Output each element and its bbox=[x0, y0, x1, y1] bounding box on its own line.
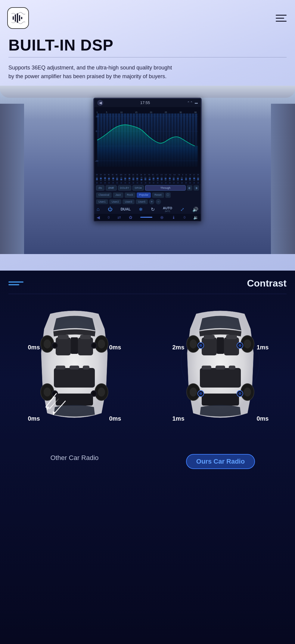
svg-point-98 bbox=[244, 339, 251, 348]
svg-point-96 bbox=[190, 339, 197, 348]
svg-text:0: 0 bbox=[96, 130, 97, 133]
svg-text:10: 10 bbox=[120, 111, 123, 113]
user3-btn[interactable]: User3 bbox=[123, 199, 135, 204]
svg-text:20: 20 bbox=[96, 115, 98, 118]
dsp-time: 17:55 bbox=[140, 100, 150, 105]
eq-graph: 20 0 -20 1 5 10 15 20 25 30 36 bbox=[94, 107, 201, 173]
contrast-title: Contrast bbox=[247, 278, 287, 289]
add-preset-btn[interactable]: + bbox=[149, 199, 154, 204]
svg-rect-1 bbox=[15, 14, 16, 22]
hamburger-line-3 bbox=[276, 21, 287, 22]
info-btn[interactable]: ⓘ bbox=[165, 192, 171, 198]
svg-text:30: 30 bbox=[179, 111, 182, 113]
dsp-toggle-btn[interactable]: ◑ bbox=[194, 185, 199, 191]
classical-btn[interactable]: Classical bbox=[96, 192, 112, 198]
svg-point-74 bbox=[53, 344, 56, 347]
vent-icon[interactable]: ⊕ bbox=[160, 215, 164, 220]
dve-btn[interactable]: DVE bbox=[106, 185, 117, 191]
other-car-container: 0ms 0ms 0ms 0ms bbox=[25, 305, 124, 449]
through-btn[interactable]: Through bbox=[145, 185, 186, 191]
user1-btn[interactable]: User1 bbox=[96, 199, 108, 204]
jazz-btn[interactable]: Jazz bbox=[113, 192, 123, 198]
fan-icon[interactable]: ✿ bbox=[129, 215, 132, 220]
dashboard-top bbox=[0, 86, 295, 98]
svg-point-70 bbox=[44, 388, 51, 397]
snowflake-icon[interactable]: ❄ bbox=[139, 207, 143, 212]
top-section: BUILT-IN DSP Supports 36EQ adjustment, a… bbox=[0, 0, 295, 271]
dsp-back-btn[interactable]: ◀ bbox=[97, 100, 103, 106]
svg-point-106 bbox=[238, 344, 241, 347]
hamburger-menu[interactable] bbox=[276, 15, 287, 22]
svg-point-72 bbox=[98, 388, 105, 397]
auto-control: AUTO 24°C bbox=[163, 206, 172, 213]
ours-car-label-button[interactable]: Ours Car Radio bbox=[186, 454, 255, 469]
vol-down-icon[interactable]: 🔉 bbox=[193, 215, 198, 220]
user2-btn[interactable]: User2 bbox=[109, 199, 121, 204]
svg-rect-64 bbox=[56, 394, 93, 406]
svg-rect-92 bbox=[216, 366, 225, 370]
recirculate-icon[interactable]: ↻ bbox=[151, 207, 155, 212]
info-toggle-btn[interactable]: ◐ bbox=[187, 185, 192, 191]
ours-car-svg bbox=[175, 305, 266, 431]
eq-svg: 20 0 -20 1 5 10 15 20 25 30 36 bbox=[94, 107, 201, 173]
home-icon[interactable]: ⌂ bbox=[97, 207, 100, 212]
dsp-header: ◀ 17:55 ⌃⌃ ▬ bbox=[94, 99, 201, 107]
contrast-icon bbox=[8, 281, 23, 285]
sound-mode-row1: dts DVE DOLBY SRS● Through ◐ ◑ bbox=[94, 184, 201, 192]
svg-rect-90 bbox=[200, 368, 241, 388]
hamburger-line-1 bbox=[276, 15, 287, 16]
svg-point-102 bbox=[244, 388, 251, 397]
rock-btn[interactable]: Rock bbox=[125, 192, 136, 198]
reset-btn[interactable]: Reset bbox=[152, 192, 164, 198]
battery-icon: ▬ bbox=[195, 101, 198, 104]
climate-bar: ⌂ ⏻ DUAL ❄ ↻ AUTO 24°C ⤢ 🔊 bbox=[94, 205, 201, 214]
user5-btn[interactable]: User5 bbox=[136, 199, 148, 204]
climate-bar2: ◀ 0 ⇄ ✿ ⊕ 🌡 0 🔉 bbox=[94, 214, 201, 221]
ours-car-container: 2ms 1ms 1ms 0ms bbox=[171, 305, 270, 449]
right-panel bbox=[271, 104, 295, 254]
svg-point-76 bbox=[92, 344, 95, 347]
svg-text:36: 36 bbox=[194, 111, 197, 113]
hamburger-line-2 bbox=[276, 18, 284, 19]
left-panel bbox=[0, 104, 24, 254]
svg-rect-87 bbox=[204, 335, 215, 339]
car-display-area: ◀ 17:55 ⌃⌃ ▬ bbox=[0, 86, 295, 254]
heat-icon[interactable]: 🌡 bbox=[172, 215, 176, 220]
dts-btn[interactable]: dts bbox=[96, 185, 104, 191]
chevron-up-icon: ⌃⌃ bbox=[187, 101, 193, 105]
dolby-btn[interactable]: DOLBY bbox=[118, 185, 132, 191]
svg-rect-63 bbox=[83, 366, 89, 370]
volume-up-icon[interactable]: 🔊 bbox=[192, 207, 198, 212]
svg-text:20: 20 bbox=[150, 111, 152, 113]
prev-icon[interactable]: ◀ bbox=[97, 215, 100, 220]
svg-rect-0 bbox=[13, 16, 14, 20]
svg-rect-59 bbox=[71, 337, 78, 354]
svg-rect-57 bbox=[58, 335, 69, 339]
svg-text:15: 15 bbox=[135, 111, 138, 113]
header bbox=[0, 0, 295, 34]
svg-rect-93 bbox=[229, 366, 235, 370]
page-title: BUILT-IN DSP bbox=[0, 34, 295, 57]
contrast-header: Contrast bbox=[0, 271, 295, 289]
fan-slider[interactable] bbox=[140, 217, 152, 218]
contrast-line-2 bbox=[8, 284, 19, 285]
other-car-label: Other Car Radio bbox=[50, 454, 98, 462]
bottom-section: Contrast 0ms 0ms 0ms 0ms bbox=[0, 271, 295, 644]
svg-point-104 bbox=[199, 344, 202, 347]
svg-text:25: 25 bbox=[165, 111, 167, 113]
srs-btn[interactable]: SRS● bbox=[132, 185, 144, 191]
svg-rect-89 bbox=[217, 337, 224, 354]
popular-btn[interactable]: Popular bbox=[137, 192, 151, 198]
other-car-item: 0ms 0ms 0ms 0ms bbox=[11, 305, 138, 462]
ours-car-item: 2ms 1ms 1ms 0ms bbox=[157, 305, 284, 469]
svg-point-100 bbox=[190, 388, 197, 397]
contrast-line-1 bbox=[8, 281, 23, 283]
power-icon[interactable]: ⏻ bbox=[108, 207, 113, 212]
logo bbox=[7, 7, 29, 29]
svg-rect-2 bbox=[17, 13, 18, 23]
dual-label: DUAL bbox=[121, 207, 131, 211]
sync-icon[interactable]: ⇄ bbox=[117, 215, 121, 220]
expand-icon[interactable]: ⤢ bbox=[180, 207, 184, 212]
svg-rect-56 bbox=[78, 337, 93, 355]
remove-preset-btn[interactable]: − bbox=[156, 199, 161, 204]
